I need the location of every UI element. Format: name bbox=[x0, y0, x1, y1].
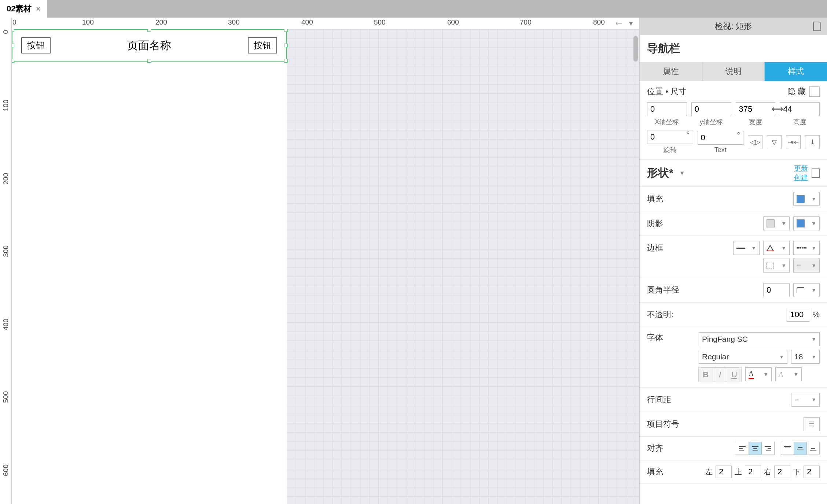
selection-handle[interactable] bbox=[12, 59, 14, 63]
hide-label: 隐 藏 bbox=[787, 86, 806, 97]
x-label: X轴坐标 bbox=[647, 118, 687, 126]
pad-top-input[interactable] bbox=[745, 466, 761, 478]
corner-style-dropdown[interactable]: ▼ bbox=[793, 283, 820, 297]
y-input[interactable] bbox=[691, 102, 731, 116]
tab-properties[interactable]: 属性 bbox=[640, 62, 702, 81]
pad-left-label: 左 bbox=[705, 467, 713, 477]
x-input[interactable] bbox=[647, 102, 687, 116]
section-corner-radius: 圆角半径 ▼ bbox=[640, 278, 827, 303]
autofit-height-icon[interactable]: ⤓ bbox=[805, 135, 820, 149]
section-font: 字体 PingFang SC▼ Regular▼ 18▼ B I U bbox=[640, 327, 827, 388]
tab-style[interactable]: 样式 bbox=[765, 62, 827, 81]
nav-left-button[interactable]: 按钮 bbox=[21, 37, 51, 53]
section-line-spacing: 行间距 --▼ bbox=[640, 388, 827, 412]
chevron-down-icon: ▼ bbox=[781, 220, 786, 226]
pad-left-input[interactable] bbox=[716, 466, 732, 478]
ruler-tick-label: 300 bbox=[2, 245, 10, 257]
line-spacing-value: -- bbox=[794, 395, 800, 404]
selection-handle[interactable] bbox=[284, 29, 288, 32]
page-icon[interactable] bbox=[813, 22, 821, 31]
align-middle-button[interactable] bbox=[794, 442, 807, 455]
shadow-swatch-icon bbox=[797, 219, 805, 227]
chevron-down-icon: ▼ bbox=[811, 336, 816, 342]
selection-handle[interactable] bbox=[12, 44, 14, 47]
font-weight-dropdown[interactable]: Regular▼ bbox=[699, 350, 787, 364]
selection-handle[interactable] bbox=[284, 44, 288, 47]
create-style-link[interactable]: 创建 bbox=[794, 174, 808, 181]
font-color-dropdown[interactable]: A▼ bbox=[745, 367, 772, 381]
pad-top-label: 上 bbox=[735, 467, 742, 477]
document-tab[interactable]: 02素材 × bbox=[0, 0, 47, 18]
corner-radius-input[interactable] bbox=[763, 283, 790, 297]
rotation-input[interactable] bbox=[647, 130, 693, 144]
flip-horizontal-icon[interactable]: ◁▷ bbox=[748, 135, 762, 149]
underline-button[interactable]: U bbox=[727, 367, 742, 382]
color-swatch-icon bbox=[797, 195, 805, 203]
border-visibility-dropdown[interactable]: ▼ bbox=[763, 259, 790, 273]
notes-icon[interactable] bbox=[812, 168, 820, 178]
nav-title: 页面名称 bbox=[127, 38, 171, 53]
flip-vertical-icon[interactable]: ▽ bbox=[767, 135, 782, 149]
bullets-button[interactable]: ☰ bbox=[804, 417, 820, 431]
ruler-vertical[interactable]: 0 100 200 300 400 500 600 bbox=[0, 29, 12, 504]
font-extra-dropdown[interactable]: A▼ bbox=[775, 367, 802, 381]
close-icon[interactable]: × bbox=[36, 5, 40, 13]
bold-button[interactable]: B bbox=[698, 367, 713, 382]
chevron-down-icon: ▼ bbox=[811, 220, 816, 226]
font-family-dropdown[interactable]: PingFang SC▼ bbox=[699, 332, 820, 346]
selection-handle[interactable] bbox=[147, 29, 151, 32]
outer-shadow-dropdown[interactable]: ▼ bbox=[763, 216, 790, 230]
chevron-down-icon: ▼ bbox=[779, 354, 784, 360]
section-opacity: 不透明: % bbox=[640, 303, 827, 327]
position-size-label: 位置 • 尺寸 bbox=[647, 86, 687, 97]
selection-handle[interactable] bbox=[12, 29, 14, 32]
update-style-link[interactable]: 更新 bbox=[794, 164, 808, 172]
align-right-button[interactable] bbox=[761, 442, 775, 455]
autofit-width-icon[interactable]: ⇥⇤ bbox=[786, 135, 801, 149]
selected-nav-widget[interactable]: 按钮 页面名称 按钮 bbox=[12, 29, 287, 62]
shape-style-dropdown[interactable]: 形状* ▼ bbox=[647, 166, 685, 181]
font-size-dropdown[interactable]: 18▼ bbox=[791, 350, 820, 364]
italic-button[interactable]: I bbox=[713, 367, 727, 382]
section-shadow: 阴影 ▼ ▼ bbox=[640, 211, 827, 236]
ruler-horizontal[interactable]: 0 100 200 300 400 500 600 700 800 bbox=[12, 18, 639, 29]
pad-right-input[interactable] bbox=[774, 466, 790, 478]
lock-aspect-icon[interactable]: ⟷ bbox=[772, 104, 782, 114]
tab-notes[interactable]: 说明 bbox=[702, 62, 765, 81]
selection-handle[interactable] bbox=[284, 59, 288, 63]
nav-right-button[interactable]: 按钮 bbox=[248, 37, 277, 53]
border-style-dropdown[interactable]: ┅┅▼ bbox=[793, 241, 820, 255]
inner-shadow-dropdown[interactable]: ▼ bbox=[793, 216, 820, 230]
pad-bottom-label: 下 bbox=[793, 467, 801, 477]
line-spacing-dropdown[interactable]: --▼ bbox=[791, 393, 820, 407]
vertical-scrollbar[interactable] bbox=[633, 36, 638, 62]
canvas-menu-caret-icon[interactable]: ▼ bbox=[628, 20, 634, 27]
height-label: 高度 bbox=[780, 118, 820, 126]
border-arrow-dropdown[interactable]: ≡▼ bbox=[793, 259, 820, 273]
align-center-button[interactable] bbox=[749, 442, 762, 455]
selection-handle[interactable] bbox=[147, 59, 151, 63]
pad-bottom-input[interactable] bbox=[804, 466, 820, 478]
align-top-button[interactable] bbox=[781, 442, 794, 455]
widget-name-label: 导航栏 bbox=[640, 35, 827, 62]
ruler-corner bbox=[0, 18, 12, 29]
horizontal-align-group bbox=[736, 442, 775, 455]
ruler-tick-label: 100 bbox=[82, 18, 94, 26]
rotation-label: 旋转 bbox=[647, 145, 693, 154]
height-input[interactable] bbox=[780, 102, 820, 116]
chevron-down-icon: ▼ bbox=[781, 263, 786, 268]
align-left-button[interactable] bbox=[736, 442, 749, 455]
opacity-input[interactable] bbox=[787, 308, 810, 322]
text-rotation-input[interactable] bbox=[698, 131, 744, 145]
ruler-tick-label: 500 bbox=[374, 18, 386, 26]
align-bottom-button[interactable] bbox=[806, 442, 820, 455]
width-input[interactable] bbox=[736, 102, 776, 116]
canvas-body[interactable]: 按钮 页面名称 按钮 bbox=[12, 29, 639, 504]
border-width-dropdown[interactable]: ▼ bbox=[733, 241, 760, 255]
fill-color-dropdown[interactable]: ▼ bbox=[793, 192, 820, 206]
opacity-unit: % bbox=[812, 310, 820, 319]
border-color-dropdown[interactable]: ▼ bbox=[763, 241, 790, 255]
chevron-down-icon: ▼ bbox=[811, 263, 816, 268]
hide-toggle[interactable] bbox=[809, 86, 820, 97]
ruler-tick-label: 400 bbox=[2, 319, 10, 330]
